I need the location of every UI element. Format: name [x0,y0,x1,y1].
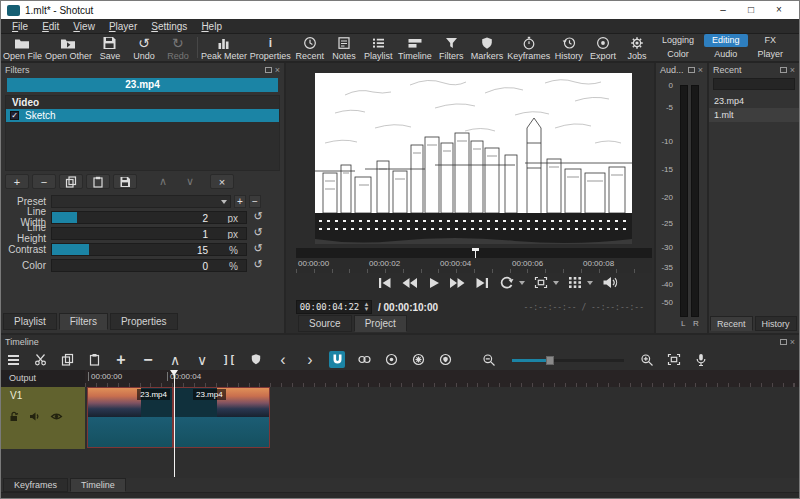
timeline-clip[interactable]: 23.mp4 [173,387,270,448]
float-panel-icon[interactable] [688,67,695,73]
close-panel-icon[interactable]: × [275,66,280,74]
marker-button[interactable] [248,351,264,368]
player-time-ruler[interactable]: 00:00:00 00:00:02 00:00:04 00:00:06 00:0… [296,258,652,273]
float-panel-icon[interactable] [780,339,787,345]
ripple-toggle[interactable] [383,351,399,368]
save-button[interactable]: Save [93,34,127,61]
save-preset-button[interactable]: + [234,195,246,208]
snap-toggle[interactable] [329,351,345,368]
zoom-out-button[interactable] [481,351,497,368]
maximize-button[interactable]: □ [737,1,765,19]
zoom-fit-timeline-button[interactable] [666,351,682,368]
save-filter-set-button[interactable] [113,174,137,189]
chevron-down-icon[interactable] [587,281,593,285]
properties-button[interactable]: i Properties [248,34,292,61]
volume-button[interactable] [602,276,619,289]
layout-fx[interactable]: FX [750,34,792,47]
line-width-slider[interactable]: 2 px [51,211,247,224]
lock-track-icon[interactable] [9,408,20,426]
filter-row-sketch[interactable]: ✓ Sketch [6,109,279,122]
cut-button[interactable] [32,351,48,368]
minimize-button[interactable]: – [709,1,737,19]
open-file-button[interactable]: Open File [1,34,44,61]
position-timecode-spinner[interactable]: 00:00:04:22 ▲▼ [296,300,372,314]
paste-button[interactable] [86,351,102,368]
playhead-pin-icon[interactable] [170,370,178,376]
close-button[interactable]: × [765,1,793,19]
open-other-button[interactable]: Open Other [44,34,93,61]
menu-player[interactable]: Player [102,21,144,32]
layout-player[interactable]: Player [750,48,792,61]
paste-filter-button[interactable] [86,174,110,189]
undo-button[interactable]: ↺ Undo [127,34,161,61]
copy-filter-button[interactable] [59,174,83,189]
tab-playlist[interactable]: Playlist [3,313,57,330]
tab-source[interactable]: Source [298,315,352,332]
preset-combobox[interactable] [51,195,231,208]
grid-button[interactable] [568,276,582,289]
close-panel-icon[interactable]: × [790,338,795,346]
delete-preset-button[interactable]: − [249,195,261,208]
timeline-ruler[interactable]: 00:00:00 00:00:04 [85,370,799,387]
rewind-button[interactable] [401,277,418,289]
playlist-button[interactable]: Playlist [361,34,396,61]
deselect-filter-button[interactable]: × [210,174,234,189]
export-button[interactable]: Export [586,34,620,61]
ripple-markers-toggle[interactable] [437,351,453,368]
next-marker-button[interactable]: › [302,351,318,368]
loop-button[interactable] [499,276,514,289]
overwrite-button[interactable]: ∨ [194,351,210,368]
split-button[interactable]: ][ [221,351,237,368]
append-button[interactable]: + [113,351,129,368]
mute-track-icon[interactable] [29,408,41,426]
timeline-menu-button[interactable] [5,351,21,368]
player-scrubber[interactable] [296,248,652,258]
redo-button[interactable]: ↻ Redo [161,34,195,61]
contrast-slider[interactable]: 15 % [51,243,247,256]
menu-edit[interactable]: Edit [35,21,66,32]
layout-color[interactable]: Color [654,48,702,61]
reset-icon[interactable]: ↺ [251,242,265,256]
recent-search-input[interactable] [713,78,795,90]
tab-recent[interactable]: Recent [710,316,753,331]
float-panel-icon[interactable] [265,67,272,73]
tab-keyframes[interactable]: Keyframes [3,478,68,492]
zoom-fit-button[interactable] [534,276,548,289]
track-header[interactable]: V1 [1,387,85,449]
timeline-clip[interactable]: 23.mp4 [87,387,173,448]
copy-button[interactable] [59,351,75,368]
remove-filter-button[interactable]: − [32,174,56,189]
record-audio-button[interactable] [693,351,709,368]
line-height-slider[interactable]: 1 px [51,227,247,240]
hide-track-icon[interactable] [50,408,63,426]
fast-forward-button[interactable] [449,277,466,289]
move-filter-up-button[interactable]: ∧ [151,174,175,189]
close-panel-icon[interactable]: × [698,66,703,74]
menu-file[interactable]: File [5,21,35,32]
color-slider[interactable]: 0 % [51,259,247,272]
tab-project[interactable]: Project [354,315,407,332]
filters-button[interactable]: Filters [434,34,468,61]
slider-thumb[interactable] [546,356,554,365]
recent-item[interactable]: 23.mp4 [709,94,799,108]
ripple-all-tracks-toggle[interactable] [410,351,426,368]
layout-editing[interactable]: Editing [704,34,748,47]
chevron-down-icon[interactable] [553,281,559,285]
add-filter-button[interactable]: + [5,174,29,189]
markers-button[interactable]: Markers [468,34,506,61]
zoom-in-button[interactable] [639,351,655,368]
ripple-delete-button[interactable]: − [140,351,156,368]
recent-button[interactable]: Recent [293,34,328,61]
history-button[interactable]: History [552,34,586,61]
layout-audio[interactable]: Audio [704,48,748,61]
notes-button[interactable]: Notes [327,34,361,61]
tab-filters[interactable]: Filters [59,313,108,330]
peak-meter-button[interactable]: Peak Meter [200,34,248,61]
lift-button[interactable]: ∧ [167,351,183,368]
tab-properties[interactable]: Properties [110,313,178,330]
chevron-down-icon[interactable] [519,281,525,285]
skip-next-button[interactable] [475,277,490,289]
recent-item[interactable]: 1.mlt [709,108,799,122]
filter-enabled-checkbox[interactable]: ✓ [10,111,19,120]
spinner-arrows-icon[interactable]: ▲▼ [362,301,371,313]
